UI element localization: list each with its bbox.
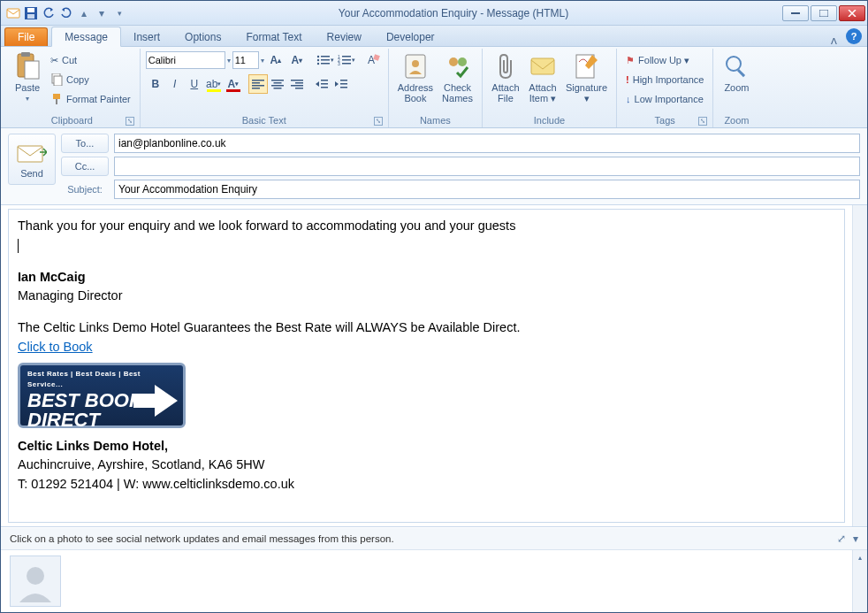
check-names-button[interactable]: Check Names: [438, 50, 476, 105]
send-button[interactable]: Send: [8, 134, 56, 185]
low-importance-label: Low Importance: [635, 94, 704, 104]
badge-line2: DIRECT: [27, 409, 100, 431]
highlight-button[interactable]: ab▾: [204, 74, 224, 94]
signature-name: Ian McCaig: [18, 268, 835, 287]
tags-dialog-launcher[interactable]: ⤡: [698, 117, 707, 126]
undo-icon[interactable]: [42, 6, 56, 20]
collapse-people-pane-icon[interactable]: ▾: [853, 533, 858, 545]
contact-avatar[interactable]: [10, 556, 61, 607]
file-tab[interactable]: File: [4, 27, 48, 46]
qat-up-icon[interactable]: ▴: [77, 6, 91, 20]
to-button[interactable]: To...: [61, 134, 109, 153]
align-center-button[interactable]: [268, 74, 287, 94]
paperclip-icon: [491, 52, 520, 80]
expand-people-pane-icon[interactable]: ⤢: [837, 533, 846, 545]
bold-button[interactable]: B: [146, 74, 165, 94]
svg-point-17: [317, 63, 319, 65]
click-to-book-link[interactable]: Click to Book: [18, 340, 93, 354]
maximize-button[interactable]: [811, 5, 837, 21]
font-color-button[interactable]: A▾: [224, 74, 243, 94]
zoom-button[interactable]: Zoom: [719, 50, 754, 95]
svg-rect-24: [342, 63, 351, 65]
underline-button[interactable]: U: [185, 74, 204, 94]
address-book-label: Address Book: [398, 82, 433, 103]
bullets-button[interactable]: ▾: [316, 50, 335, 70]
arrow-icon: [133, 385, 178, 417]
qat-down-icon[interactable]: ▾: [95, 6, 109, 20]
svg-point-48: [458, 57, 467, 66]
svg-rect-53: [18, 146, 42, 162]
flag-icon: ⚑: [626, 55, 635, 66]
copy-label: Copy: [66, 74, 89, 85]
attach-item-label: Attach Item ▾: [529, 82, 556, 103]
best-book-direct-badge: Best Rates | Best Deals | Best Service..…: [18, 363, 186, 428]
to-field[interactable]: [114, 134, 860, 153]
svg-rect-29: [252, 85, 264, 87]
tab-format-text[interactable]: Format Text: [233, 27, 314, 46]
low-importance-button[interactable]: ↓Low Importance: [622, 89, 707, 109]
text-cursor: [18, 239, 19, 253]
people-pane-scrollbar[interactable]: ▴: [852, 550, 867, 612]
attach-item-icon: [529, 52, 557, 80]
align-left-button[interactable]: [248, 74, 268, 94]
basictext-dialog-launcher[interactable]: ⤡: [374, 117, 383, 126]
tab-insert[interactable]: Insert: [121, 27, 172, 46]
svg-text:A: A: [368, 54, 375, 66]
align-right-button[interactable]: [287, 74, 307, 94]
grow-font-button[interactable]: A▴: [266, 50, 286, 70]
help-button[interactable]: ?: [846, 28, 862, 44]
qat-customize-icon[interactable]: ▾: [112, 6, 126, 20]
tab-message[interactable]: Message: [51, 27, 121, 47]
close-button[interactable]: [839, 5, 865, 21]
attach-item-button[interactable]: Attach Item ▾: [525, 50, 560, 105]
cc-button[interactable]: Cc...: [61, 157, 109, 176]
message-body[interactable]: Thank you for your enquiry and we look f…: [8, 209, 845, 523]
tab-options[interactable]: Options: [172, 27, 233, 46]
svg-point-46: [412, 60, 419, 67]
clear-formatting-button[interactable]: A: [363, 50, 383, 70]
copy-button[interactable]: Copy: [47, 70, 134, 89]
hotel-address: Auchincruive, Ayrshire, Scotland, KA6 5H…: [18, 456, 835, 475]
check-names-icon: [444, 52, 472, 80]
subject-field[interactable]: [114, 180, 860, 199]
paste-button[interactable]: Paste ▾: [10, 50, 45, 104]
numbering-button[interactable]: 123▾: [337, 50, 356, 70]
redo-icon[interactable]: [59, 6, 73, 20]
follow-up-button[interactable]: ⚑Follow Up ▾: [622, 50, 707, 70]
format-painter-button[interactable]: Format Painter: [47, 89, 134, 109]
titlebar: ▴ ▾ ▾ Your Accommodation Enquiry - Messa…: [1, 1, 867, 26]
font-size-select[interactable]: [232, 51, 259, 69]
high-importance-button[interactable]: !High Importance: [622, 70, 707, 89]
subject-label: Subject:: [61, 184, 109, 195]
signature-button[interactable]: Signature ▾: [562, 50, 611, 105]
svg-point-15: [317, 59, 319, 61]
svg-rect-41: [321, 87, 328, 88]
shrink-font-button[interactable]: A▾: [287, 50, 307, 70]
minimize-button[interactable]: [782, 5, 809, 21]
clipboard-dialog-launcher[interactable]: ⤡: [126, 117, 134, 126]
italic-button[interactable]: I: [165, 74, 185, 94]
svg-rect-20: [342, 56, 351, 57]
address-book-button[interactable]: Address Book: [394, 50, 437, 105]
cc-field[interactable]: [114, 157, 860, 176]
save-icon[interactable]: [24, 6, 38, 20]
high-importance-label: High Importance: [633, 74, 704, 85]
font-name-select[interactable]: [146, 51, 225, 69]
svg-point-51: [727, 57, 741, 71]
increase-indent-button[interactable]: [331, 74, 351, 94]
cut-button[interactable]: ✂Cut: [47, 50, 134, 70]
tags-group-label: Tags: [655, 115, 675, 126]
attach-file-button[interactable]: Attach File: [488, 50, 523, 105]
minimize-ribbon-icon[interactable]: ᐱ: [831, 36, 837, 46]
decrease-indent-button[interactable]: [312, 74, 331, 94]
svg-rect-37: [291, 85, 303, 87]
svg-rect-10: [54, 76, 62, 86]
body-scrollbar[interactable]: [852, 205, 867, 526]
tab-developer[interactable]: Developer: [374, 27, 447, 46]
hotel-contact: T: 01292 521404 | W: www.celticlinksdemo…: [18, 475, 835, 494]
svg-rect-7: [21, 52, 30, 57]
tab-review[interactable]: Review: [315, 27, 374, 46]
follow-up-label: Follow Up ▾: [638, 55, 689, 66]
svg-rect-27: [252, 80, 264, 81]
window-title: Your Accommodation Enquiry - Message (HT…: [126, 7, 780, 19]
